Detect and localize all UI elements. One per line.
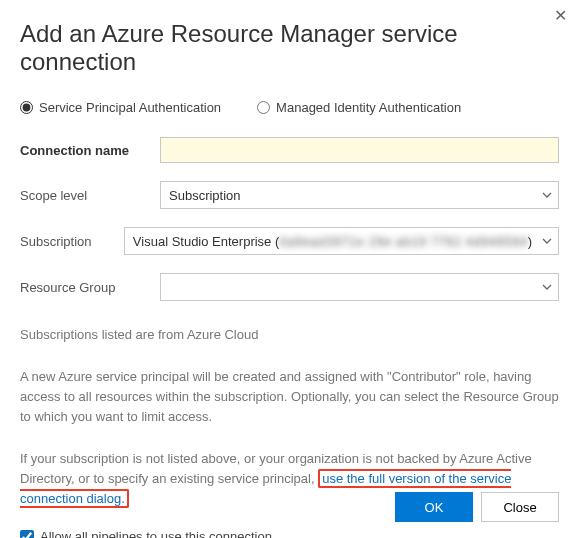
cloud-info-text: Subscriptions listed are from Azure Clou… (20, 325, 559, 345)
dialog-title: Add an Azure Resource Manager service co… (20, 20, 559, 76)
allow-all-checkbox[interactable] (20, 530, 34, 538)
radio-managed-identity[interactable]: Managed Identity Authentication (257, 100, 461, 115)
dialog-buttons: OK Close (395, 492, 559, 522)
subscription-label: Subscription (20, 234, 124, 249)
connection-name-input[interactable] (160, 137, 559, 163)
scope-level-label: Scope level (20, 188, 160, 203)
subscription-value-suffix: ) (528, 234, 532, 249)
radio-managed-identity-input[interactable] (257, 101, 270, 114)
subscription-value-prefix: Visual Studio Enterprise ( (133, 234, 279, 249)
resource-group-label: Resource Group (20, 280, 160, 295)
allow-all-label: Allow all pipelines to use this connecti… (40, 529, 276, 538)
subscription-value-obscured: 0a9ead3971e 29e ab19 7762 4d948594 (279, 234, 527, 249)
close-icon[interactable]: ✕ (554, 8, 567, 24)
subscription-select[interactable]: Visual Studio Enterprise ( 0a9ead3971e 2… (124, 227, 559, 255)
ok-button[interactable]: OK (395, 492, 473, 522)
auth-radio-group: Service Principal Authentication Managed… (20, 100, 559, 115)
radio-service-principal-input[interactable] (20, 101, 33, 114)
close-button[interactable]: Close (481, 492, 559, 522)
scope-level-value: Subscription (169, 188, 241, 203)
radio-managed-identity-label: Managed Identity Authentication (276, 100, 461, 115)
principal-info-text: A new Azure service principal will be cr… (20, 367, 559, 427)
allow-all-checkbox-row[interactable]: Allow all pipelines to use this connecti… (20, 529, 559, 538)
radio-service-principal[interactable]: Service Principal Authentication (20, 100, 221, 115)
radio-service-principal-label: Service Principal Authentication (39, 100, 221, 115)
resource-group-select[interactable] (160, 273, 559, 301)
scope-level-select[interactable]: Subscription (160, 181, 559, 209)
connection-name-label: Connection name (20, 143, 160, 158)
